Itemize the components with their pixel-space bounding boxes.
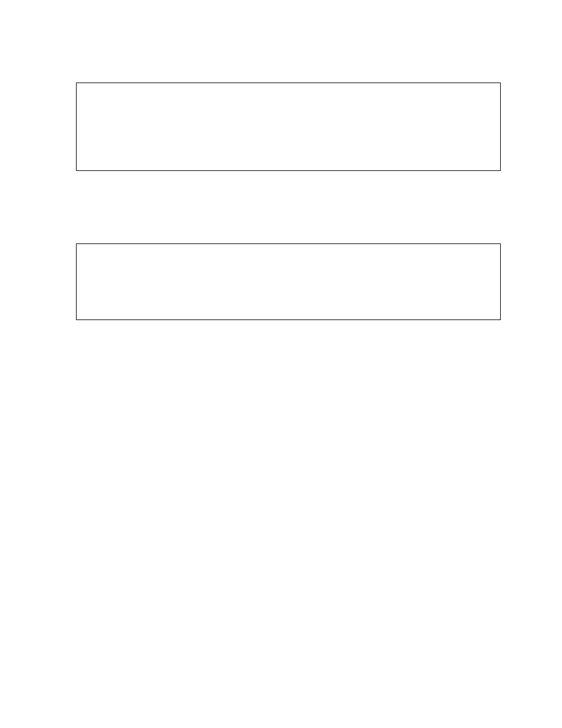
empty-box-1 <box>76 83 501 171</box>
empty-box-2 <box>76 243 501 320</box>
